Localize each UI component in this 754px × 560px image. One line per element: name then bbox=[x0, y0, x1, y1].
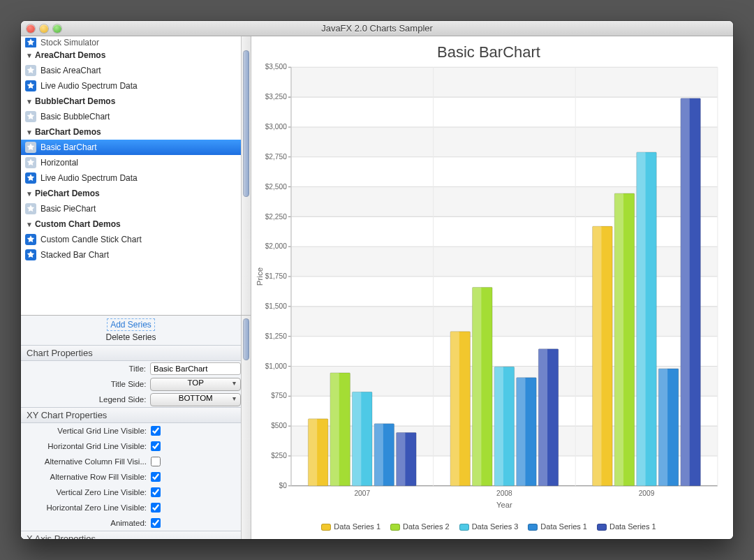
tree-group[interactable]: ▼BubbleChart Demos bbox=[21, 94, 241, 109]
tree-item[interactable]: Basic BarChart bbox=[21, 140, 241, 155]
legend-item: Data Series 1 bbox=[528, 522, 587, 531]
legend-item: Data Series 3 bbox=[459, 522, 519, 531]
svg-rect-66 bbox=[308, 419, 317, 486]
legend-item: Data Series 2 bbox=[390, 522, 450, 531]
section-chart-properties: Chart Properties bbox=[21, 345, 241, 361]
tree-item[interactable]: Live Audio Spectrum Data bbox=[21, 170, 241, 186]
svg-text:$1,250: $1,250 bbox=[265, 332, 287, 340]
disclosure-triangle-icon[interactable]: ▼ bbox=[25, 221, 34, 228]
svg-text:$1,750: $1,750 bbox=[265, 272, 287, 280]
svg-rect-98 bbox=[681, 98, 690, 486]
scrollbar-thumb[interactable] bbox=[243, 50, 249, 197]
animated-checkbox[interactable] bbox=[151, 518, 161, 528]
svg-rect-70 bbox=[353, 392, 362, 485]
tree-item[interactable]: Horizontal bbox=[21, 155, 241, 170]
chart-title: Basic BarChart bbox=[254, 40, 723, 63]
title-side-select[interactable]: TOP bbox=[150, 378, 241, 391]
svg-rect-16 bbox=[291, 67, 718, 97]
legend-item: Data Series 1 bbox=[321, 522, 380, 531]
props-scrollbar[interactable] bbox=[241, 316, 251, 539]
tree-item[interactable]: Live Audio Spectrum Data bbox=[21, 78, 241, 94]
tree-item[interactable]: Custom Candle Stick Chart bbox=[21, 232, 241, 247]
title-label: Title: bbox=[21, 364, 150, 373]
svg-rect-82 bbox=[494, 367, 503, 485]
title-input[interactable] bbox=[150, 362, 241, 375]
svg-text:$2,250: $2,250 bbox=[265, 212, 287, 220]
hgrid-checkbox[interactable] bbox=[151, 441, 161, 451]
svg-text:Year: Year bbox=[496, 501, 512, 509]
svg-text:$1,500: $1,500 bbox=[265, 302, 287, 310]
vzero-checkbox[interactable] bbox=[151, 487, 161, 497]
vgrid-checkbox[interactable] bbox=[151, 426, 161, 436]
legend-side-label: Legend Side: bbox=[21, 395, 150, 404]
svg-text:$2,000: $2,000 bbox=[265, 242, 287, 250]
svg-rect-84 bbox=[517, 378, 526, 486]
svg-text:$3,000: $3,000 bbox=[265, 123, 287, 131]
svg-rect-68 bbox=[330, 373, 339, 486]
svg-text:2008: 2008 bbox=[496, 489, 512, 497]
zoom-icon[interactable] bbox=[53, 24, 61, 33]
tree-item[interactable]: Basic PieChart bbox=[21, 201, 241, 216]
svg-rect-78 bbox=[450, 332, 459, 486]
tree-scrollbar[interactable] bbox=[241, 36, 251, 315]
svg-rect-96 bbox=[658, 369, 667, 486]
tree-item[interactable]: Basic BubbleChart bbox=[21, 109, 241, 124]
svg-text:$0: $0 bbox=[279, 482, 288, 489]
window-title: JavaFX 2.0 Charts Sampler bbox=[21, 23, 733, 34]
tree-item[interactable]: Stock Simulator bbox=[21, 38, 241, 47]
svg-rect-86 bbox=[538, 349, 547, 486]
svg-text:$3,250: $3,250 bbox=[265, 93, 287, 101]
scrollbar-thumb[interactable] bbox=[243, 318, 249, 360]
svg-text:$500: $500 bbox=[271, 422, 287, 429]
svg-rect-90 bbox=[593, 226, 602, 486]
svg-text:$2,750: $2,750 bbox=[265, 153, 287, 161]
legend-item: Data Series 1 bbox=[597, 522, 656, 531]
tree-item[interactable]: Stacked Bar Chart bbox=[21, 247, 241, 263]
chart-tree[interactable]: Stock Simulator▼AreaChart DemosBasic Are… bbox=[21, 36, 241, 315]
legend-side-select[interactable]: BOTTOM bbox=[150, 393, 241, 406]
hzero-checkbox[interactable] bbox=[151, 503, 161, 513]
svg-text:$1,000: $1,000 bbox=[265, 362, 287, 370]
disclosure-triangle-icon[interactable]: ▼ bbox=[25, 98, 34, 105]
svg-text:2007: 2007 bbox=[354, 489, 370, 497]
minimize-icon[interactable] bbox=[40, 24, 48, 33]
tree-item[interactable]: Basic AreaChart bbox=[21, 63, 241, 78]
svg-text:$2,500: $2,500 bbox=[265, 183, 287, 191]
title-side-label: Title Side: bbox=[21, 380, 150, 388]
svg-text:$250: $250 bbox=[271, 452, 287, 459]
disclosure-triangle-icon[interactable]: ▼ bbox=[25, 190, 34, 198]
close-icon[interactable] bbox=[27, 24, 35, 33]
tree-group[interactable]: ▼BarChart Demos bbox=[21, 124, 241, 140]
svg-text:$3,500: $3,500 bbox=[265, 63, 287, 71]
tree-group[interactable]: ▼AreaChart Demos bbox=[21, 47, 241, 63]
svg-text:2009: 2009 bbox=[639, 489, 655, 497]
bar-chart: $0$250$500$750$1,000$1,250$1,500$1,750$2… bbox=[254, 63, 723, 518]
svg-rect-72 bbox=[374, 424, 383, 486]
svg-rect-94 bbox=[637, 152, 646, 486]
delete-series-link[interactable]: Delete Series bbox=[21, 332, 241, 342]
disclosure-triangle-icon[interactable]: ▼ bbox=[25, 128, 34, 136]
tree-group[interactable]: ▼Custom Chart Demos bbox=[21, 216, 241, 232]
section-xaxis-properties: X Axis Properties bbox=[21, 531, 241, 539]
app-window: JavaFX 2.0 Charts Sampler Stock Simulato… bbox=[21, 21, 733, 539]
properties-panel: Add Series Delete Series Chart Propertie… bbox=[21, 316, 241, 539]
svg-rect-92 bbox=[614, 193, 623, 486]
add-series-link[interactable]: Add Series bbox=[107, 318, 155, 331]
svg-text:$750: $750 bbox=[271, 392, 287, 399]
chart-legend: Data Series 1Data Series 2Data Series 3D… bbox=[254, 518, 723, 532]
disclosure-triangle-icon[interactable]: ▼ bbox=[25, 52, 34, 59]
svg-rect-74 bbox=[397, 433, 406, 486]
svg-text:Price: Price bbox=[256, 267, 264, 286]
altrow-checkbox[interactable] bbox=[151, 472, 161, 482]
tree-group[interactable]: ▼PieChart Demos bbox=[21, 186, 241, 201]
altcol-checkbox[interactable] bbox=[151, 457, 161, 466]
section-xy-properties: XY Chart Properties bbox=[21, 407, 241, 423]
titlebar[interactable]: JavaFX 2.0 Charts Sampler bbox=[21, 21, 733, 36]
svg-rect-80 bbox=[473, 287, 482, 485]
